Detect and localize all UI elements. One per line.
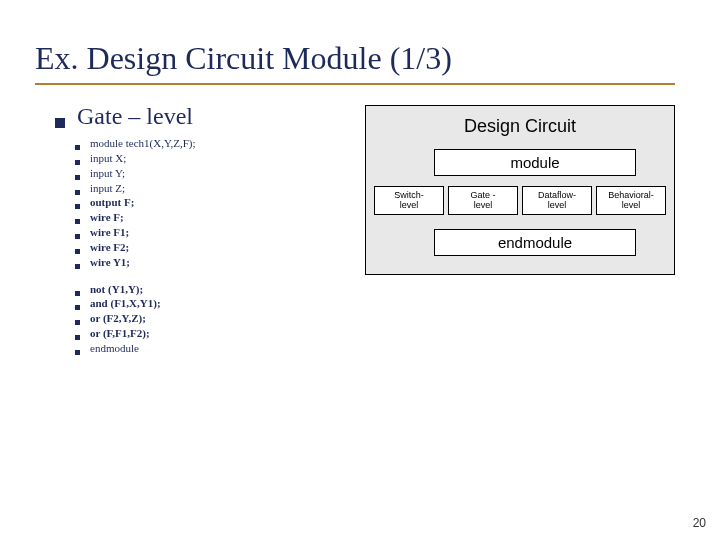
code-text: endmodule	[90, 341, 139, 356]
right-column: Design Circuit module Switch-levelGate -…	[365, 103, 675, 356]
title-underline	[35, 83, 675, 85]
page-title: Ex. Design Circuit Module (1/3)	[35, 40, 685, 77]
title-wrap: Ex. Design Circuit Module (1/3)	[35, 40, 685, 77]
square-bullet-icon	[75, 160, 80, 165]
code-block-1: module tech1(X,Y,Z,F);input X;input Y;in…	[55, 136, 335, 270]
left-column: Gate – level module tech1(X,Y,Z,F);input…	[35, 103, 335, 356]
square-bullet-icon	[75, 190, 80, 195]
code-text: wire F;	[90, 210, 124, 225]
code-text: output F;	[90, 195, 134, 210]
level-box: Behavioral-level	[596, 186, 666, 215]
content: Gate – level module tech1(X,Y,Z,F);input…	[35, 103, 685, 356]
code-text: wire Y1;	[90, 255, 130, 270]
code-block-2: not (Y1,Y);and (F1,X,Y1);or (F2,Y,Z);or …	[55, 282, 335, 356]
square-bullet-icon	[75, 264, 80, 269]
code-text: or (F,F1,F2);	[90, 326, 150, 341]
code-line: and (F1,X,Y1);	[75, 296, 335, 311]
square-bullet-icon	[75, 219, 80, 224]
code-line: endmodule	[75, 341, 335, 356]
code-line: or (F,F1,F2);	[75, 326, 335, 341]
subheading-row: Gate – level	[55, 103, 335, 130]
square-bullet-icon	[75, 234, 80, 239]
code-text: input Y;	[90, 166, 125, 181]
code-line: module tech1(X,Y,Z,F);	[75, 136, 335, 151]
square-bullet-icon	[75, 249, 80, 254]
subheading: Gate – level	[77, 103, 193, 130]
level-box: Switch-level	[374, 186, 444, 215]
square-bullet-icon	[75, 175, 80, 180]
square-bullet-icon	[55, 118, 65, 128]
square-bullet-icon	[75, 305, 80, 310]
code-line: wire F1;	[75, 225, 335, 240]
code-text: wire F2;	[90, 240, 129, 255]
code-line: wire Y1;	[75, 255, 335, 270]
code-line: or (F2,Y,Z);	[75, 311, 335, 326]
diagram-box: Design Circuit module Switch-levelGate -…	[365, 105, 675, 275]
code-line: output F;	[75, 195, 335, 210]
square-bullet-icon	[75, 350, 80, 355]
code-line: input Y;	[75, 166, 335, 181]
slide: Ex. Design Circuit Module (1/3) Gate – l…	[0, 0, 720, 540]
code-line: not (Y1,Y);	[75, 282, 335, 297]
square-bullet-icon	[75, 204, 80, 209]
code-line: wire F;	[75, 210, 335, 225]
code-line: wire F2;	[75, 240, 335, 255]
code-line: input X;	[75, 151, 335, 166]
code-text: not (Y1,Y);	[90, 282, 143, 297]
code-text: wire F1;	[90, 225, 129, 240]
diagram-title: Design Circuit	[374, 116, 666, 137]
code-text: input Z;	[90, 181, 125, 196]
code-text: or (F2,Y,Z);	[90, 311, 146, 326]
endmodule-box: endmodule	[434, 229, 636, 256]
level-box: Gate -level	[448, 186, 518, 215]
code-line: input Z;	[75, 181, 335, 196]
level-box: Dataflow-level	[522, 186, 592, 215]
code-text: module tech1(X,Y,Z,F);	[90, 136, 196, 151]
code-text: and (F1,X,Y1);	[90, 296, 161, 311]
levels-row: Switch-levelGate -levelDataflow-levelBeh…	[374, 186, 666, 215]
code-text: input X;	[90, 151, 126, 166]
square-bullet-icon	[75, 291, 80, 296]
module-box: module	[434, 149, 636, 176]
page-number: 20	[693, 516, 706, 530]
square-bullet-icon	[75, 320, 80, 325]
square-bullet-icon	[75, 145, 80, 150]
square-bullet-icon	[75, 335, 80, 340]
